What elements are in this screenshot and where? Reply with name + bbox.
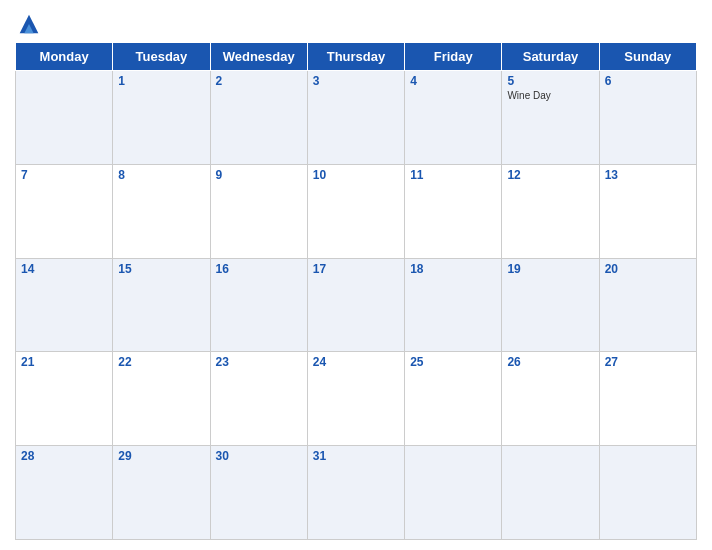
day-number: 19 [507, 262, 593, 276]
day-number: 12 [507, 168, 593, 182]
calendar-cell: 11 [405, 164, 502, 258]
calendar-cell: 14 [16, 258, 113, 352]
calendar-cell: 19 [502, 258, 599, 352]
calendar-header: MondayTuesdayWednesdayThursdayFridaySatu… [16, 43, 697, 71]
day-number: 5 [507, 74, 593, 88]
day-number: 18 [410, 262, 496, 276]
weekday-header-monday: Monday [16, 43, 113, 71]
calendar-cell: 17 [307, 258, 404, 352]
day-number: 1 [118, 74, 204, 88]
day-number: 4 [410, 74, 496, 88]
weekday-header-wednesday: Wednesday [210, 43, 307, 71]
logo [15, 10, 47, 38]
day-number: 30 [216, 449, 302, 463]
weekday-row: MondayTuesdayWednesdayThursdayFridaySatu… [16, 43, 697, 71]
calendar-cell: 1 [113, 71, 210, 165]
calendar-cell: 22 [113, 352, 210, 446]
calendar-table: MondayTuesdayWednesdayThursdayFridaySatu… [15, 42, 697, 540]
calendar-cell: 5Wine Day [502, 71, 599, 165]
calendar-cell: 2 [210, 71, 307, 165]
week-row-1: 78910111213 [16, 164, 697, 258]
calendar-cell: 8 [113, 164, 210, 258]
day-number: 15 [118, 262, 204, 276]
calendar-cell: 20 [599, 258, 696, 352]
day-number: 23 [216, 355, 302, 369]
day-number: 20 [605, 262, 691, 276]
weekday-header-thursday: Thursday [307, 43, 404, 71]
calendar-cell: 25 [405, 352, 502, 446]
day-number: 13 [605, 168, 691, 182]
day-number: 26 [507, 355, 593, 369]
day-number: 24 [313, 355, 399, 369]
calendar-cell: 23 [210, 352, 307, 446]
event-label: Wine Day [507, 90, 593, 101]
week-row-3: 21222324252627 [16, 352, 697, 446]
calendar-cell: 18 [405, 258, 502, 352]
calendar-cell: 15 [113, 258, 210, 352]
calendar-cell [599, 446, 696, 540]
day-number: 9 [216, 168, 302, 182]
week-row-0: 12345Wine Day6 [16, 71, 697, 165]
calendar-cell: 10 [307, 164, 404, 258]
calendar-cell: 28 [16, 446, 113, 540]
calendar-cell: 31 [307, 446, 404, 540]
calendar-cell: 12 [502, 164, 599, 258]
calendar-cell: 30 [210, 446, 307, 540]
calendar-cell: 27 [599, 352, 696, 446]
week-row-4: 28293031 [16, 446, 697, 540]
day-number: 28 [21, 449, 107, 463]
day-number: 10 [313, 168, 399, 182]
day-number: 17 [313, 262, 399, 276]
calendar-cell: 16 [210, 258, 307, 352]
calendar-cell: 7 [16, 164, 113, 258]
week-row-2: 14151617181920 [16, 258, 697, 352]
day-number: 31 [313, 449, 399, 463]
day-number: 16 [216, 262, 302, 276]
weekday-header-friday: Friday [405, 43, 502, 71]
top-bar [15, 10, 697, 38]
calendar-cell: 3 [307, 71, 404, 165]
calendar-cell [502, 446, 599, 540]
weekday-header-sunday: Sunday [599, 43, 696, 71]
day-number: 22 [118, 355, 204, 369]
day-number: 7 [21, 168, 107, 182]
calendar-body: 12345Wine Day678910111213141516171819202… [16, 71, 697, 540]
day-number: 11 [410, 168, 496, 182]
calendar-cell: 26 [502, 352, 599, 446]
calendar-cell: 29 [113, 446, 210, 540]
day-number: 25 [410, 355, 496, 369]
day-number: 29 [118, 449, 204, 463]
generalblue-icon [15, 10, 43, 38]
calendar-cell: 6 [599, 71, 696, 165]
calendar-cell: 9 [210, 164, 307, 258]
calendar-cell: 4 [405, 71, 502, 165]
day-number: 14 [21, 262, 107, 276]
day-number: 3 [313, 74, 399, 88]
calendar-cell [405, 446, 502, 540]
calendar-cell: 24 [307, 352, 404, 446]
day-number: 6 [605, 74, 691, 88]
day-number: 27 [605, 355, 691, 369]
calendar-cell: 13 [599, 164, 696, 258]
calendar-cell: 21 [16, 352, 113, 446]
day-number: 8 [118, 168, 204, 182]
calendar-cell [16, 71, 113, 165]
day-number: 21 [21, 355, 107, 369]
weekday-header-saturday: Saturday [502, 43, 599, 71]
weekday-header-tuesday: Tuesday [113, 43, 210, 71]
day-number: 2 [216, 74, 302, 88]
